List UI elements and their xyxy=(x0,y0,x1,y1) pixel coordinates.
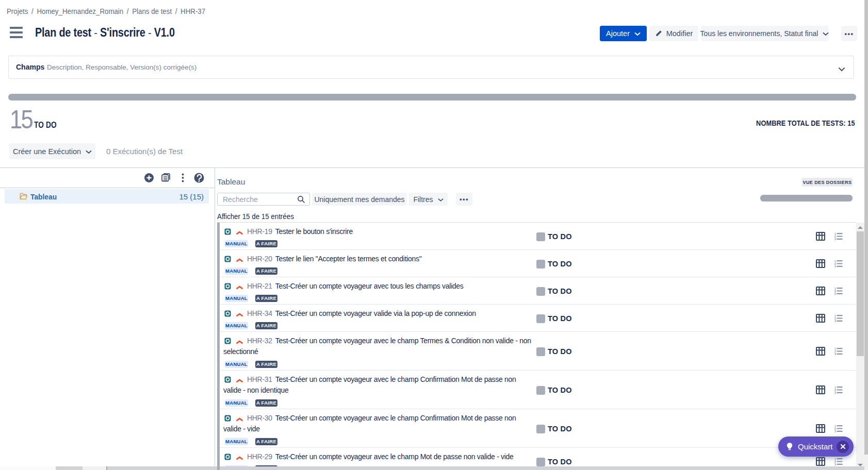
svg-text:3: 3 xyxy=(834,238,836,240)
svg-text:3: 3 xyxy=(834,292,836,295)
svg-text:3: 3 xyxy=(834,265,836,267)
svg-text:3: 3 xyxy=(834,391,836,394)
svg-text:3: 3 xyxy=(834,320,836,322)
svg-text:3: 3 xyxy=(834,430,836,432)
svg-text:3: 3 xyxy=(834,352,836,355)
svg-text:3: 3 xyxy=(834,463,836,465)
